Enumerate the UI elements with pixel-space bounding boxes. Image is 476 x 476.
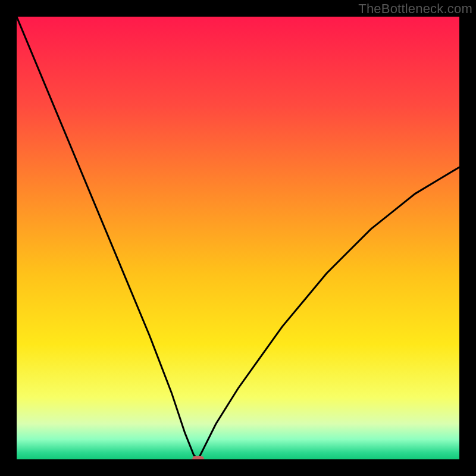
chart-frame: TheBottleneck.com bbox=[0, 0, 476, 476]
bottleneck-curve bbox=[17, 17, 459, 459]
plot-area bbox=[17, 17, 459, 459]
watermark-text: TheBottleneck.com bbox=[358, 1, 472, 17]
minimum-marker bbox=[192, 456, 204, 459]
